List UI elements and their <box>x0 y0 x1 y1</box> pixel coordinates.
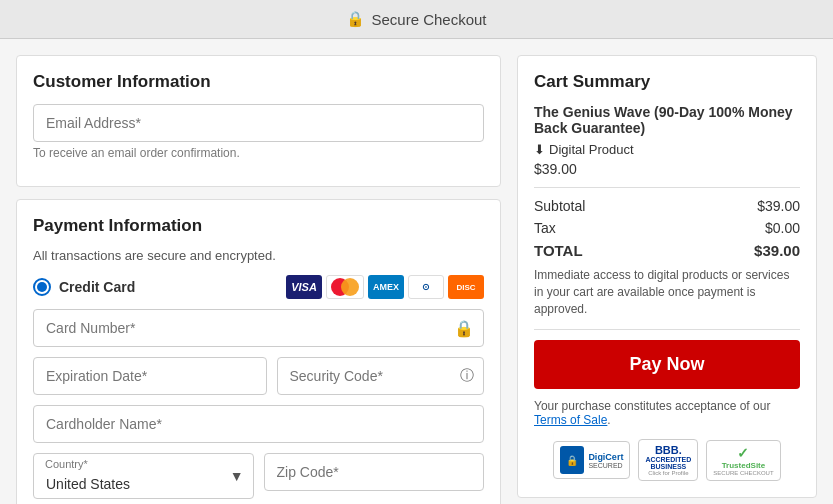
subtotal-label: Subtotal <box>534 198 585 214</box>
security-code-input[interactable] <box>277 357 485 395</box>
terms-prefix: Your purchase constitutes acceptance of … <box>534 399 770 413</box>
exp-security-row: ⓘ <box>33 357 484 395</box>
digicert-text: DigiCert SECURED <box>588 452 623 469</box>
divider-2 <box>534 329 800 330</box>
download-icon: ⬇ <box>534 142 545 157</box>
credit-card-label: Credit Card <box>59 279 135 295</box>
terms-link[interactable]: Terms of Sale <box>534 413 607 427</box>
digicert-icon: 🔒 <box>560 446 584 474</box>
bbb-accredited: ACCREDITEDBUSINESS <box>645 456 691 470</box>
bbb-badge: BBB. ACCREDITEDBUSINESS Click for Profil… <box>638 439 698 481</box>
cardholder-input[interactable] <box>33 405 484 443</box>
credit-card-radio-label[interactable]: Credit Card <box>33 278 135 296</box>
country-zip-row: Country* United States Canada United Kin… <box>33 453 484 499</box>
total-value: $39.00 <box>754 242 800 259</box>
bbb-seal: BBB. <box>655 444 682 456</box>
radio-circle <box>33 278 51 296</box>
cardholder-group <box>33 405 484 443</box>
zip-wrap <box>264 453 485 499</box>
check-icon: ✓ <box>737 445 749 461</box>
customer-info-card: Customer Information To receive an email… <box>16 55 501 187</box>
product-name: The Genius Wave (90-Day 100% Money Back … <box>534 104 800 136</box>
digital-label: Digital Product <box>549 142 634 157</box>
digicert-badge: 🔒 DigiCert SECURED <box>553 441 630 479</box>
bbb-click: Click for Profile <box>648 470 688 476</box>
country-label: Country* <box>45 458 88 470</box>
subtotal-row: Subtotal $39.00 <box>534 198 800 214</box>
amex-icon: AMEX <box>368 275 404 299</box>
info-icon: ⓘ <box>460 367 474 385</box>
email-hint: To receive an email order confirmation. <box>33 146 484 160</box>
digital-badge: ⬇ Digital Product <box>534 142 800 157</box>
lock-icon: 🔒 <box>346 10 365 28</box>
diners-icon: ⊙ <box>408 275 444 299</box>
product-price: $39.00 <box>534 161 800 177</box>
subtotal-value: $39.00 <box>757 198 800 214</box>
tax-value: $0.00 <box>765 220 800 236</box>
total-label: TOTAL <box>534 242 583 259</box>
card-number-input[interactable] <box>33 309 484 347</box>
visa-icon: VISA <box>286 275 322 299</box>
tax-row: Tax $0.00 <box>534 220 800 236</box>
payment-info-title: Payment Information <box>33 216 484 236</box>
cart-summary-title: Cart Summary <box>534 72 800 92</box>
zip-input[interactable] <box>264 453 485 491</box>
card-number-group: 🔒 <box>33 309 484 347</box>
tax-label: Tax <box>534 220 556 236</box>
cart-summary-card: Cart Summary The Genius Wave (90-Day 100… <box>517 55 817 498</box>
trusted-site-badge: ✓ TrustedSite SECURE CHECKOUT <box>706 440 780 481</box>
discover-icon: DISC <box>448 275 484 299</box>
card-icons: VISA AMEX ⊙ DISC <box>286 275 484 299</box>
right-panel: Cart Summary The Genius Wave (90-Day 100… <box>517 55 817 504</box>
secure-note: All transactions are secure and encrypte… <box>33 248 484 263</box>
credit-card-row: Credit Card VISA AMEX ⊙ DISC <box>33 275 484 299</box>
access-note: Immediate access to digital products or … <box>534 267 800 317</box>
trusted-sub: SECURE CHECKOUT <box>713 470 773 476</box>
pay-now-button[interactable]: Pay Now <box>534 340 800 389</box>
trusted-label: TrustedSite <box>722 461 766 470</box>
header: 🔒 Secure Checkout <box>0 0 833 39</box>
security-code-wrap: ⓘ <box>277 357 485 395</box>
radio-inner <box>37 282 47 292</box>
payment-info-card: Payment Information All transactions are… <box>16 199 501 504</box>
trust-badges: 🔒 DigiCert SECURED BBB. ACCREDITEDBUSINE… <box>534 439 800 481</box>
lock-icon: 🔒 <box>454 319 474 338</box>
email-group: To receive an email order confirmation. <box>33 104 484 160</box>
email-input[interactable] <box>33 104 484 142</box>
mastercard-icon <box>326 275 364 299</box>
total-row: TOTAL $39.00 <box>534 242 800 259</box>
header-title: Secure Checkout <box>371 11 486 28</box>
customer-info-title: Customer Information <box>33 72 484 92</box>
divider-1 <box>534 187 800 188</box>
terms-note: Your purchase constitutes acceptance of … <box>534 399 800 427</box>
left-panel: Customer Information To receive an email… <box>16 55 501 504</box>
country-select-wrap: Country* United States Canada United Kin… <box>33 453 254 499</box>
terms-suffix: . <box>607 413 610 427</box>
expiration-input[interactable] <box>33 357 267 395</box>
